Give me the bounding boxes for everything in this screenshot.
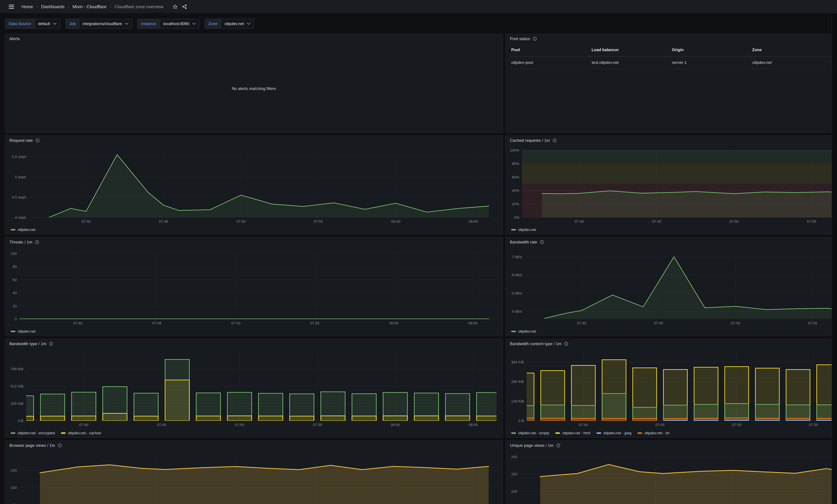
- legend-swatch: [11, 331, 15, 332]
- table-cell: server-1: [671, 56, 751, 69]
- svg-text:100: 100: [11, 486, 17, 490]
- dashboard-grid: Alerts No alerts matching filters Pool s…: [0, 34, 837, 504]
- svg-text:256 KiB: 256 KiB: [511, 379, 524, 384]
- legend-item[interactable]: otlpdev.net - txt: [638, 431, 670, 435]
- panel-bandwidth-rate: Bandwidth rate 4 kB/s5 kB/s6 kB/s7 kB/s0…: [505, 237, 837, 336]
- variable-value-dropdown[interactable]: otlpdev.net: [221, 19, 254, 29]
- svg-text:4.5 req/s: 4.5 req/s: [12, 195, 26, 199]
- column-header-zone[interactable]: Zone: [751, 48, 831, 56]
- table-cell: otlpdev-pool: [510, 56, 590, 69]
- panel-bandwidth-type: Bandwidth type / 1m 0 B256 KiB512 KiB768…: [5, 339, 503, 438]
- panel-title-request-rate[interactable]: Request rate: [10, 138, 39, 143]
- legend-item[interactable]: otlpdev.net - encrypted: [11, 431, 55, 435]
- star-icon[interactable]: [173, 4, 177, 9]
- svg-text:200: 200: [511, 455, 517, 459]
- panel-unique-page-views: Unique page views / 1m 10015020007:4007:…: [505, 441, 837, 504]
- menu-icon[interactable]: [9, 5, 14, 9]
- variable-value-dropdown[interactable]: default: [35, 19, 60, 29]
- legend-label: otlpdev.net - encrypted: [18, 431, 55, 435]
- share-icon[interactable]: [182, 4, 187, 9]
- variable-value-dropdown[interactable]: localhost:8090: [160, 19, 199, 29]
- svg-text:5 kB/s: 5 kB/s: [512, 291, 522, 295]
- column-header-load-balancer[interactable]: Load balancer: [590, 48, 671, 56]
- unique-page-views-chart[interactable]: 10015020007:4007:4507:5007:5508:0008:05: [509, 453, 837, 504]
- panel-title-unique-page-views[interactable]: Unique page views / 1m: [510, 443, 560, 448]
- threats-chart[interactable]: 02040608010007:4007:4507:5007:5508:0008:…: [9, 249, 499, 326]
- browser-page-views-chart[interactable]: 5010015007:4007:4507:5007:5508:0008:05: [9, 453, 499, 504]
- info-icon[interactable]: [35, 138, 39, 143]
- top-navbar: Home›Dashboards›Mixin - Cloudflare›Cloud…: [0, 0, 837, 14]
- info-icon[interactable]: [556, 444, 560, 447]
- info-icon[interactable]: [564, 342, 568, 346]
- variable-value-dropdown[interactable]: integrations/cloudflare: [79, 19, 132, 29]
- info-icon[interactable]: [35, 240, 39, 244]
- info-icon[interactable]: [540, 240, 544, 244]
- panel-title-threats[interactable]: Threats / 1m: [10, 240, 39, 244]
- panel-title-bandwidth-rate[interactable]: Bandwidth rate: [510, 240, 544, 244]
- legend-item[interactable]: otlpdev.net: [11, 329, 35, 334]
- alerts-empty-message: No alerts matching filters: [5, 86, 502, 91]
- info-icon[interactable]: [58, 444, 62, 447]
- panel-cached-requests: Cached requests / 1m 0%20%40%60%80%100%0…: [505, 135, 837, 235]
- legend-item[interactable]: otlpdev.net - html: [555, 431, 590, 435]
- legend-swatch: [511, 432, 516, 434]
- svg-text:0 B: 0 B: [18, 419, 23, 423]
- svg-text:07:45: 07:45: [652, 219, 661, 224]
- legend-item[interactable]: otlpdev.net: [11, 228, 35, 232]
- legend-swatch: [638, 432, 642, 434]
- svg-text:20%: 20%: [512, 202, 519, 206]
- svg-text:5.5 req/s: 5.5 req/s: [12, 155, 26, 159]
- info-icon[interactable]: [49, 342, 53, 346]
- pool-status-table: PoolLoad balancerOriginZoneRequestsHealt…: [510, 48, 837, 69]
- chevron-down-icon: [53, 23, 56, 25]
- cached-requests-chart[interactable]: 0%20%40%60%80%100%07:4007:4507:5007:5508…: [509, 148, 837, 225]
- legend-item[interactable]: otlpdev.net: [511, 228, 536, 232]
- breadcrumb-item[interactable]: Mixin - Cloudflare: [73, 4, 106, 10]
- svg-text:07:45: 07:45: [152, 321, 161, 325]
- column-header-origin[interactable]: Origin: [671, 48, 751, 56]
- legend-item[interactable]: otlpdev.net - empty: [511, 431, 549, 435]
- variable-value: localhost:8090: [163, 21, 189, 26]
- scrollbar-track[interactable]: [832, 14, 837, 504]
- legend-item[interactable]: otlpdev.net - cached: [61, 431, 101, 435]
- variable-label: Job: [66, 19, 79, 29]
- breadcrumb-item[interactable]: Cloudflare zone overview: [114, 4, 163, 10]
- legend: otlpdev.net: [511, 329, 536, 334]
- legend-label: otlpdev.net - jpeg: [604, 431, 631, 435]
- bandwidth-rate-chart[interactable]: 4 kB/s5 kB/s6 kB/s7 kB/s07:4007:4507:500…: [509, 249, 837, 326]
- breadcrumb-separator: ›: [68, 4, 69, 9]
- svg-text:0: 0: [15, 317, 17, 321]
- svg-text:100: 100: [11, 251, 17, 256]
- panel-title-alerts[interactable]: Alerts: [10, 36, 20, 41]
- breadcrumb-item[interactable]: Home: [21, 4, 33, 10]
- variables-bar: Data SourcedefaultJobintegrations/cloudf…: [0, 14, 837, 34]
- svg-text:60: 60: [13, 278, 17, 282]
- legend-item[interactable]: otlpdev.net - jpeg: [596, 431, 631, 435]
- svg-text:07:45: 07:45: [157, 423, 166, 427]
- info-icon[interactable]: [533, 37, 537, 41]
- legend: otlpdev.net - emptyotlpdev.net - htmlotl…: [511, 430, 670, 436]
- panel-title-bandwidth-type[interactable]: Bandwidth type / 1m: [10, 341, 53, 346]
- svg-text:08:00: 08:00: [389, 321, 398, 325]
- svg-text:384 KiB: 384 KiB: [511, 360, 524, 364]
- request-rate-chart[interactable]: 4 req/s4.5 req/s5 req/s5.5 req/s07:4007:…: [9, 148, 499, 225]
- breadcrumb-item[interactable]: Dashboards: [41, 4, 65, 10]
- panel-title-pool-status[interactable]: Pool status: [510, 36, 537, 41]
- legend-swatch: [11, 432, 15, 434]
- bandwidth-type-chart[interactable]: 0 B256 KiB512 KiB768 KiB07:4007:4507:500…: [9, 351, 499, 428]
- legend-swatch: [596, 432, 601, 434]
- info-icon[interactable]: [553, 138, 557, 143]
- column-header-pool[interactable]: Pool: [510, 48, 590, 56]
- svg-text:40: 40: [13, 291, 17, 295]
- legend: otlpdev.net: [511, 227, 536, 232]
- svg-text:07:40: 07:40: [575, 219, 584, 224]
- legend-item[interactable]: otlpdev.net: [511, 329, 536, 334]
- svg-text:40%: 40%: [512, 188, 519, 193]
- panel-title-bandwidth-content-type[interactable]: Bandwidth content type / 1m: [510, 341, 568, 346]
- bandwidth-content-type-chart[interactable]: 0 B128 KiB256 KiB384 KiB07:4007:4507:500…: [509, 351, 837, 428]
- panel-title-cached-requests[interactable]: Cached requests / 1m: [510, 138, 557, 143]
- svg-text:07:40: 07:40: [79, 423, 88, 427]
- panel-title-browser-page-views[interactable]: Browser page views / 1m: [10, 443, 62, 448]
- svg-text:4 kB/s: 4 kB/s: [512, 309, 522, 314]
- svg-text:08:00: 08:00: [391, 423, 400, 427]
